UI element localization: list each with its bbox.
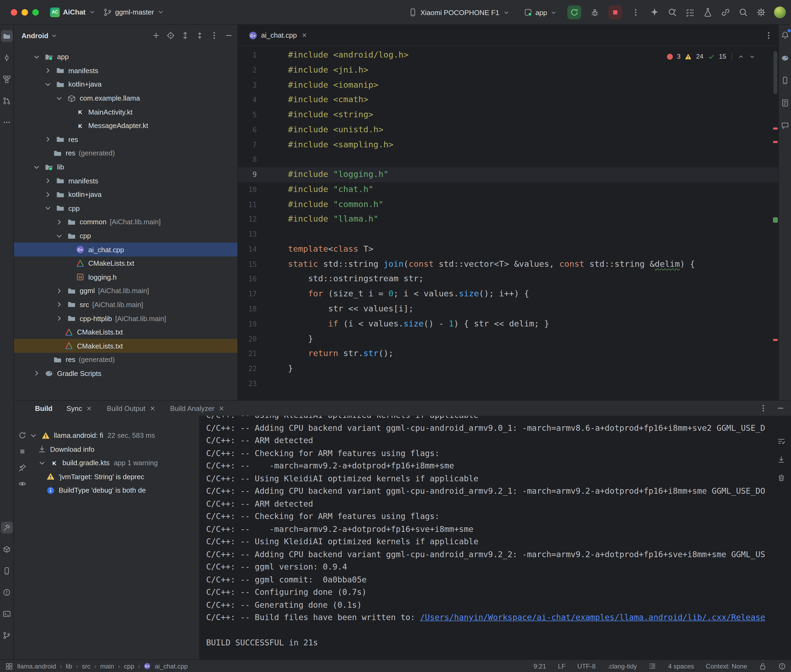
chevron-right-icon[interactable] xyxy=(55,286,64,295)
tree-item-lib[interactable]: lib xyxy=(14,160,237,174)
profile-avatar[interactable] xyxy=(774,6,786,18)
build-tree-item[interactable]: 'jvmTarget: String' is deprec xyxy=(29,470,199,483)
code-line-17[interactable]: 17 for (size_t i = 0; i < values.size();… xyxy=(238,287,778,302)
project-view-selector[interactable]: Android xyxy=(21,32,58,40)
run-button[interactable] xyxy=(568,5,582,19)
locate-icon[interactable] xyxy=(166,31,175,40)
tool-strip-more-tool-windows[interactable] xyxy=(1,116,13,128)
build-tab-build-analyzer[interactable]: Build Analyzer xyxy=(170,404,225,412)
next-problem-icon[interactable] xyxy=(749,53,756,60)
tool-strip-running-devices[interactable] xyxy=(1,565,13,576)
prev-problem-icon[interactable] xyxy=(738,53,744,60)
tree-item-cpp-httplib[interactable]: cpp-httplib[AiChat.lib.main] xyxy=(14,312,237,325)
chevron-right-icon[interactable] xyxy=(55,300,64,309)
tool-strip-build[interactable] xyxy=(1,522,13,533)
editor-scrollbar[interactable] xyxy=(773,51,777,94)
build-options-kebab-icon[interactable] xyxy=(759,404,768,413)
tree-item-mainactivity-kt[interactable]: MainActivity.kt xyxy=(14,105,237,119)
breadcrumb-item[interactable]: cpp xyxy=(124,662,134,670)
tab-ai-chat-cpp[interactable]: ai_chat.cpp xyxy=(243,25,313,46)
build-tree-item[interactable]: llama.android: fi22 sec, 583 ms xyxy=(29,429,199,442)
tool-strip-version-control[interactable] xyxy=(1,629,13,641)
tool-strip-app-inspection[interactable] xyxy=(1,543,13,555)
chevron-right-icon[interactable] xyxy=(55,314,64,323)
tree-item-manifests[interactable]: manifests xyxy=(14,174,237,188)
build-toolbar-pin-icon[interactable] xyxy=(16,461,28,473)
breadcrumb-item[interactable]: llama.android xyxy=(17,662,56,670)
tree-item-messageadapter-kt[interactable]: MessageAdapter.kt xyxy=(14,119,237,133)
tree-item-cpp[interactable]: cpp xyxy=(14,202,237,215)
context-status[interactable]: Context: None xyxy=(706,662,747,670)
tree-item-kotlin-java[interactable]: kotlin+java xyxy=(14,188,237,202)
problems-status-icon[interactable] xyxy=(778,662,786,670)
console-trash-icon[interactable] xyxy=(775,472,787,483)
build-tab-build-output[interactable]: Build Output xyxy=(107,404,156,412)
project-selector[interactable]: AC AiChat xyxy=(46,5,99,19)
build-tree-item[interactable]: Download info xyxy=(29,442,199,456)
tree-item-ggml[interactable]: ggml[AiChat.lib.main] xyxy=(14,284,237,298)
search-ai-icon[interactable] xyxy=(667,8,677,17)
line-separator[interactable]: LF xyxy=(558,662,565,670)
build-console[interactable]: C/C++: -- Using KleidiAI optimized kerne… xyxy=(199,416,791,659)
ai-assistant-icon[interactable] xyxy=(650,8,659,17)
code-line-10[interactable]: 10#include "chat.h" xyxy=(238,182,778,197)
hide-icon[interactable] xyxy=(225,31,233,40)
tool-windows-grid-icon[interactable] xyxy=(5,662,13,670)
code-line-9[interactable]: 9#include "logging.h" xyxy=(238,167,778,182)
branch-selector[interactable]: ggml-master xyxy=(99,6,168,19)
code-line-2[interactable]: 2#include <jni.h> xyxy=(238,63,778,78)
file-encoding[interactable]: UTF-8 xyxy=(577,662,595,670)
code-line-13[interactable]: 13 xyxy=(238,227,778,242)
code-line-7[interactable]: 7#include <sampling.h> xyxy=(238,138,778,152)
tree-item-cmakelists-txt[interactable]: CMakeLists.txt xyxy=(14,256,237,270)
tree-item-gradle-scripts[interactable]: Gradle Scripts xyxy=(14,366,237,380)
tool-strip-layout-inspector[interactable] xyxy=(779,97,791,109)
breadcrumb-item[interactable]: src xyxy=(82,662,90,670)
code-line-8[interactable]: 8 xyxy=(238,152,778,168)
tree-item-res[interactable]: res(generated) xyxy=(14,146,237,160)
tool-strip-commit[interactable] xyxy=(1,52,13,64)
tree-item-common[interactable]: common[AiChat.lib.main] xyxy=(14,215,237,229)
tool-strip-app-insights[interactable] xyxy=(779,119,791,131)
caret-position[interactable]: 9:21 xyxy=(533,662,546,670)
console-scroll-end-icon[interactable] xyxy=(775,453,787,465)
tree-item-kotlin-java[interactable]: kotlin+java xyxy=(14,77,237,91)
tool-strip-terminal[interactable] xyxy=(1,608,13,619)
collapse-icon[interactable] xyxy=(196,31,204,40)
build-toolbar-eye-icon[interactable] xyxy=(16,478,28,490)
code-line-6[interactable]: 6#include <unistd.h> xyxy=(238,123,778,138)
breadcrumb-item[interactable]: lib xyxy=(66,662,72,670)
build-tree-item[interactable]: BuildType 'debug' is both de xyxy=(29,483,199,497)
console-softwrap-icon[interactable] xyxy=(775,435,787,447)
tree-item-ai-chat-cpp[interactable]: ai_chat.cpp xyxy=(14,243,237,256)
experiments-icon[interactable] xyxy=(703,8,713,17)
chevron-down-icon[interactable] xyxy=(43,204,52,213)
editor-options-kebab-icon[interactable] xyxy=(764,31,773,40)
tool-strip-notifications[interactable] xyxy=(779,29,791,41)
zoom-window-button[interactable] xyxy=(32,9,39,15)
code-line-16[interactable]: 16 std::ostringstream str; xyxy=(238,272,778,287)
stop-button[interactable] xyxy=(608,5,623,19)
chevron-right-icon[interactable] xyxy=(43,66,52,75)
close-icon[interactable] xyxy=(149,405,156,412)
tree-item-cpp[interactable]: cpp xyxy=(14,229,237,243)
code-line-20[interactable]: 20 } xyxy=(238,331,778,347)
settings-icon[interactable] xyxy=(756,8,766,17)
build-toolbar-refresh-icon[interactable] xyxy=(16,429,28,441)
tool-strip-structure[interactable] xyxy=(1,73,13,85)
chevron-down-icon[interactable] xyxy=(55,232,64,240)
chevron-down-icon[interactable] xyxy=(43,80,52,89)
tree-item-res[interactable]: res xyxy=(14,133,237,146)
tool-strip-gradle[interactable] xyxy=(779,52,791,64)
chevron-down-icon[interactable] xyxy=(55,94,64,102)
code-line-3[interactable]: 3#include <iomanip> xyxy=(238,78,778,93)
tree-item-com-example-llama[interactable]: com.example.llama xyxy=(14,91,237,105)
close-window-button[interactable] xyxy=(11,9,17,15)
close-icon[interactable] xyxy=(218,405,225,412)
chevron-down-icon[interactable] xyxy=(32,163,41,171)
tree-item-logging-h[interactable]: logging.h xyxy=(14,270,237,284)
tree-item-src[interactable]: src[AiChat.lib.main] xyxy=(14,298,237,311)
search-icon[interactable] xyxy=(738,8,748,17)
chevron-down-icon[interactable] xyxy=(38,459,46,467)
chevron-right-icon[interactable] xyxy=(43,176,52,185)
